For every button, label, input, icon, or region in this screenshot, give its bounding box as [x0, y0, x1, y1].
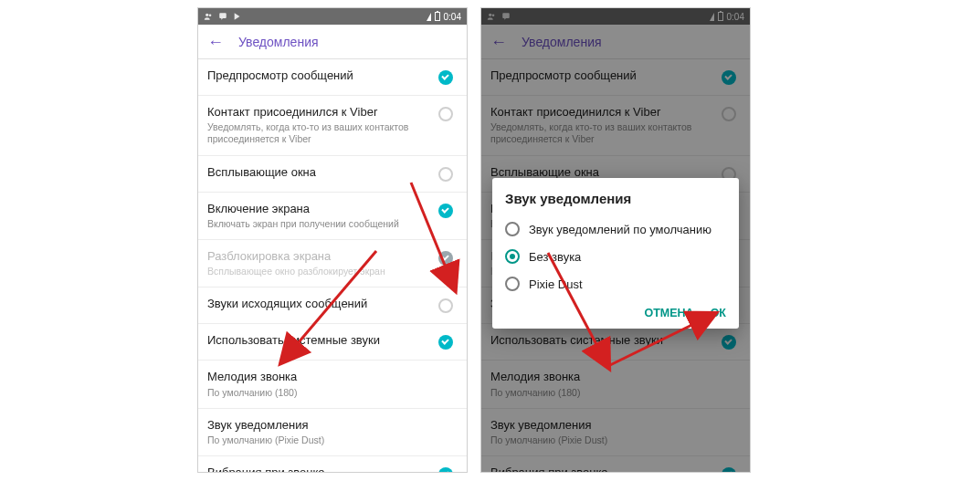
row-preview[interactable]: Предпросмотр сообщений — [198, 59, 467, 96]
option-pixie[interactable]: Pixie Dust — [505, 270, 726, 298]
row-system-sounds[interactable]: Использовать системные звуки — [481, 324, 750, 361]
checkbox-icon[interactable] — [722, 70, 736, 85]
label: Разблокировка экрана — [207, 249, 430, 264]
settings-list: Предпросмотр сообщений Контакт присоедин… — [198, 59, 467, 473]
row-joined[interactable]: Контакт присоединился к Viber Уведомлять… — [481, 96, 750, 156]
sublabel: По умолчанию (Pixie Dust) — [207, 434, 447, 446]
label: Контакт присоединился к Viber — [490, 105, 713, 120]
checkbox-icon[interactable] — [438, 467, 453, 473]
page-title: Уведомления — [238, 35, 319, 49]
label: Использовать системные звуки — [207, 333, 430, 348]
phone-right: 0:04 ← Уведомления Предпросмотр сообщени… — [480, 7, 751, 473]
option-silent[interactable]: Без звука — [505, 243, 726, 270]
status-time: 0:04 — [444, 12, 461, 22]
sublabel: Уведомлять, когда кто-то из ваших контак… — [490, 121, 713, 145]
signal-icon — [427, 13, 431, 21]
radio-icon[interactable] — [505, 277, 520, 291]
label: Звук уведомления — [490, 418, 730, 433]
label: Включение экрана — [207, 202, 430, 216]
svg-point-0 — [205, 14, 208, 16]
label: Контакт присоединился к Viber — [207, 105, 430, 120]
checkbox-icon[interactable] — [438, 167, 453, 182]
label: Мелодия звонка — [207, 370, 447, 384]
radio-icon[interactable] — [505, 222, 520, 236]
label: Предпросмотр сообщений — [490, 68, 713, 83]
row-ringtone[interactable]: Мелодия звонка По умолчанию (180) — [481, 361, 750, 408]
checkbox-icon[interactable] — [438, 107, 453, 121]
row-screen-on[interactable]: Включение экрана Включать экран при полу… — [198, 193, 467, 240]
app-header: ← Уведомления — [198, 25, 467, 59]
cancel-button[interactable]: ОТМЕНА — [644, 307, 693, 319]
people-icon — [487, 12, 496, 21]
label: Предпросмотр сообщений — [207, 68, 430, 83]
row-joined[interactable]: Контакт присоединился к Viber Уведомлять… — [198, 96, 467, 156]
checkbox-icon[interactable] — [722, 467, 736, 473]
phone-left: 0:04 ← Уведомления Предпросмотр сообщени… — [197, 7, 468, 473]
row-vibrate[interactable]: Вибрация при звонке — [481, 456, 750, 473]
row-system-sounds[interactable]: Использовать системные звуки — [198, 324, 467, 361]
row-ringtone[interactable]: Мелодия звонка По умолчанию (180) — [198, 361, 467, 408]
row-notif-sound[interactable]: Звук уведомления По умолчанию (Pixie Dus… — [198, 409, 467, 456]
sublabel: Включать экран при получении сообщений — [207, 218, 430, 230]
sublabel: По умолчанию (180) — [207, 387, 447, 399]
status-bar: 0:04 — [198, 8, 467, 25]
checkbox-icon[interactable] — [438, 298, 453, 313]
row-notif-sound[interactable]: Звук уведомления По умолчанию (Pixie Dus… — [481, 409, 750, 456]
radio-icon[interactable] — [505, 249, 520, 264]
play-store-icon — [233, 12, 242, 21]
ok-button[interactable]: ОК — [711, 307, 726, 319]
sublabel: Всплывающее окно разблокирует экран — [207, 266, 430, 277]
checkbox-icon — [438, 251, 453, 266]
row-outgoing[interactable]: Звуки исходящих сообщений — [198, 288, 467, 324]
checkbox-icon[interactable] — [722, 335, 736, 350]
option-label: Без звука — [529, 250, 581, 264]
checkbox-icon[interactable] — [438, 204, 453, 218]
row-vibrate[interactable]: Вибрация при звонке — [198, 456, 467, 473]
back-icon[interactable]: ← — [207, 34, 224, 50]
row-preview[interactable]: Предпросмотр сообщений — [481, 59, 750, 96]
option-label: Pixie Dust — [529, 277, 583, 291]
status-time: 0:04 — [727, 12, 744, 22]
checkbox-icon[interactable] — [438, 70, 453, 85]
svg-point-3 — [492, 15, 495, 17]
sublabel: По умолчанию (Pixie Dust) — [490, 434, 730, 446]
checkbox-icon[interactable] — [438, 335, 453, 350]
label: Мелодия звонка — [490, 370, 730, 384]
app-header: ← Уведомления — [481, 25, 750, 59]
label: Вибрация при звонке — [490, 465, 713, 473]
option-default[interactable]: Звук уведомлений по умолчанию — [505, 215, 726, 243]
option-label: Звук уведомлений по умолчанию — [529, 223, 711, 236]
viber-status-icon — [501, 12, 511, 21]
label: Использовать системные звуки — [490, 333, 713, 348]
row-unlock: Разблокировка экрана Всплывающее окно ра… — [198, 240, 467, 288]
signal-icon — [710, 13, 714, 21]
label: Всплывающие окна — [207, 165, 430, 180]
viber-status-icon — [218, 12, 227, 21]
svg-point-2 — [489, 14, 491, 16]
page-title: Уведомления — [522, 35, 602, 49]
checkbox-icon[interactable] — [722, 107, 736, 121]
people-icon — [204, 12, 213, 21]
status-bar: 0:04 — [481, 8, 750, 25]
label: Вибрация при звонке — [207, 465, 430, 473]
label: Звук уведомления — [207, 418, 447, 433]
row-popups[interactable]: Всплывающие окна — [198, 156, 467, 193]
svg-point-1 — [209, 15, 212, 17]
sublabel: Уведомлять, когда кто-то из ваших контак… — [207, 121, 430, 145]
battery-icon — [435, 12, 440, 21]
dialog-title: Звук уведомления — [505, 191, 726, 206]
label: Звуки исходящих сообщений — [207, 297, 430, 311]
battery-icon — [718, 12, 723, 21]
sublabel: По умолчанию (180) — [490, 387, 730, 399]
sound-dialog: Звук уведомления Звук уведомлений по умо… — [492, 178, 739, 329]
back-icon[interactable]: ← — [490, 34, 507, 50]
